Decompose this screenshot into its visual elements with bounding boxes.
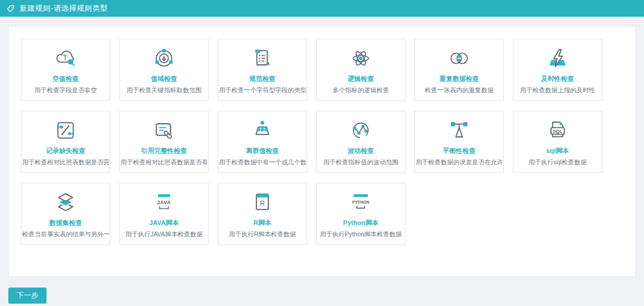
header-bar: 新建规则-请选择规则类型 bbox=[0, 0, 644, 17]
page-title: 新建规则-请选择规则类型 bbox=[20, 4, 108, 14]
rule-card-desc: 用于执行sql检查数据 bbox=[528, 158, 586, 167]
wave-chart-icon bbox=[348, 116, 374, 145]
rule-card-title: JAVA脚本 bbox=[149, 218, 179, 227]
document-link-icon bbox=[151, 116, 177, 145]
svg-text:T: T bbox=[63, 54, 67, 62]
rule-card-desc: 用于检查数据的误差是否在允许... bbox=[416, 158, 503, 167]
rule-card-desc: 用于执行R脚本检查数据 bbox=[229, 230, 296, 239]
python-icon: PYTHON bbox=[348, 188, 374, 217]
balance-icon bbox=[446, 116, 472, 145]
lightning-icon bbox=[544, 44, 571, 73]
rule-card-desc: 用于检查相对比照表数据是否完整 bbox=[22, 158, 109, 167]
rule-card-desc: 多个指标的逻辑检查 bbox=[333, 86, 389, 95]
rule-card-desc: 用于检查相对比照表数据是否有效 bbox=[120, 158, 208, 167]
cloud-text-icon: T bbox=[52, 44, 79, 73]
rule-card-desc: 用于执行JAVA脚本检查数据 bbox=[125, 230, 203, 239]
rule-card-title: 逻辑检查 bbox=[348, 74, 374, 83]
percent-slash-icon bbox=[52, 116, 79, 145]
java-icon: JAVA bbox=[151, 188, 177, 217]
rule-card-desc: 用于检查数据中有一个或几个数... bbox=[219, 158, 306, 167]
rule-card-title: 数据集检查 bbox=[49, 218, 82, 227]
outlier-dots-icon bbox=[249, 116, 275, 145]
r-window-icon: R bbox=[249, 188, 275, 217]
rule-card-r-script[interactable]: R R脚本 用于执行R脚本检查数据 bbox=[218, 183, 307, 245]
svg-text:R: R bbox=[260, 199, 265, 207]
rule-card-balance-check[interactable]: 平衡性检查 用于检查数据的误差是否在允许... bbox=[414, 111, 504, 173]
layers-icon bbox=[52, 188, 79, 217]
tag-icon bbox=[6, 4, 15, 13]
rule-card-desc: 用于检查字段是否非空 bbox=[35, 86, 97, 95]
rule-card-duplicate-data-check[interactable]: 重复数据检查 检查一张表内的重复数据 bbox=[414, 39, 504, 101]
rule-card-format-check[interactable]: 规范检查 用于检查一个字符型字段的类型... bbox=[218, 39, 307, 101]
scroll-list-icon bbox=[249, 44, 275, 73]
rule-card-dataset-check[interactable]: 数据集检查 检查当前事实表的结果与另外一... bbox=[21, 183, 110, 245]
venn-circles-icon bbox=[446, 44, 472, 73]
rule-card-missing-record-check[interactable]: 记录缺失检查 用于检查相对比照表数据是否完整 bbox=[21, 111, 110, 173]
rule-card-title: 空值检查 bbox=[52, 74, 79, 83]
rule-card-timeliness-check[interactable]: 及时性检查 用于检查数据上报的及时性 bbox=[513, 39, 602, 101]
rule-card-fluctuation-check[interactable]: 波动检查 用于检查指标值的波动范围 bbox=[316, 111, 405, 173]
rule-card-title: 规范检查 bbox=[249, 74, 275, 83]
rule-card-sql-script[interactable]: SQL sql脚本 用于执行sql检查数据 bbox=[513, 111, 602, 173]
rule-card-title: 平衡性检查 bbox=[443, 146, 476, 155]
rule-card-python-script[interactable]: PYTHON Python脚本 用于执行Python脚本检查数据 bbox=[316, 183, 405, 245]
rule-card-desc: 用于执行Python脚本检查数据 bbox=[320, 230, 402, 239]
sql-file-icon: SQL bbox=[544, 116, 571, 145]
rule-card-null-check[interactable]: T 空值检查 用于检查字段是否非空 bbox=[21, 39, 110, 101]
rule-card-title: 离群值检查 bbox=[246, 146, 279, 155]
svg-text:JAVA: JAVA bbox=[157, 199, 171, 205]
rule-card-desc: 用于检查一个字符型字段的类型... bbox=[219, 86, 306, 95]
rule-card-title: sql脚本 bbox=[546, 146, 569, 155]
svg-text:SQL: SQL bbox=[553, 129, 562, 134]
rule-card-desc: 用于检查数据上报的及时性 bbox=[520, 86, 595, 95]
rule-card-desc: 检查当前事实表的结果与另外一... bbox=[22, 230, 109, 239]
rule-card-title: 及时性检查 bbox=[541, 74, 574, 83]
rule-card-title: 引用完整性检查 bbox=[141, 146, 187, 155]
rule-card-title: 记录缺失检查 bbox=[46, 146, 85, 155]
rule-card-title: 重复数据检查 bbox=[439, 74, 479, 83]
atom-icon bbox=[348, 44, 374, 73]
rule-card-logic-check[interactable]: 逻辑检查 多个指标的逻辑检查 bbox=[316, 39, 405, 101]
rule-card-value-range-check[interactable]: 值域检查 用于检查关键指标取数范围 bbox=[119, 39, 209, 101]
rule-card-java-script[interactable]: JAVA JAVA脚本 用于执行JAVA脚本检查数据 bbox=[119, 183, 209, 245]
svg-text:PYTHON: PYTHON bbox=[352, 200, 370, 204]
next-step-button[interactable]: 下一步 bbox=[8, 288, 47, 304]
content-panel: T 空值检查 用于检查字段是否非空 值域检查 bbox=[8, 26, 636, 277]
rule-card-desc: 检查一张表内的重复数据 bbox=[425, 86, 494, 95]
rule-card-desc: 用于检查指标值的波动范围 bbox=[323, 158, 398, 167]
rule-card-title: Python脚本 bbox=[343, 218, 378, 227]
rule-card-referential-integrity-check[interactable]: 引用完整性检查 用于检查相对比照表数据是否有效 bbox=[119, 111, 209, 173]
gauge-orbit-icon bbox=[151, 44, 177, 73]
rule-type-grid: T 空值检查 用于检查字段是否非空 值域检查 bbox=[21, 39, 623, 245]
rule-card-title: R脚本 bbox=[253, 218, 271, 227]
rule-card-outlier-check[interactable]: 离群值检查 用于检查数据中有一个或几个数... bbox=[218, 111, 307, 173]
rule-card-title: 波动检查 bbox=[348, 146, 374, 155]
rule-card-title: 值域检查 bbox=[151, 74, 177, 83]
rule-card-desc: 用于检查关键指标取数范围 bbox=[126, 86, 202, 95]
